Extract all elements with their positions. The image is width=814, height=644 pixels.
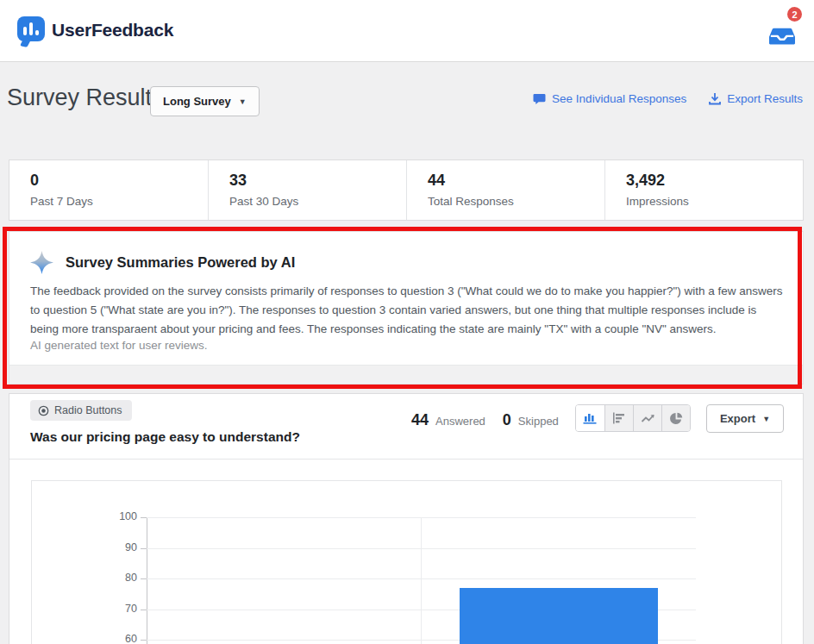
app-header: UserFeedback 2 bbox=[0, 0, 814, 61]
radio-button-icon bbox=[38, 405, 49, 416]
stat-value: 3,492 bbox=[626, 172, 803, 190]
chart-tick bbox=[141, 548, 147, 549]
horizontal-bar-chart-button[interactable] bbox=[604, 405, 633, 431]
bar-chart-plot: 10090807060 bbox=[31, 480, 782, 644]
skipped-label: Skipped bbox=[518, 415, 559, 428]
line-chart-button[interactable] bbox=[633, 405, 661, 431]
chart-y-tick-label: 100 bbox=[104, 510, 137, 522]
chart-y-tick-label: 90 bbox=[104, 541, 137, 553]
question-header: Radio Buttons Was our pricing page easy … bbox=[9, 394, 803, 460]
comment-icon bbox=[533, 93, 546, 105]
survey-selector-dropdown[interactable]: Long Survey ▼ bbox=[150, 86, 260, 116]
chart-type-switcher bbox=[575, 404, 691, 432]
ai-generated-note: AI generated text for user reviews. bbox=[30, 339, 208, 352]
question-result-card: Radio Buttons Was our pricing page easy … bbox=[9, 393, 804, 644]
survey-selector-value: Long Survey bbox=[163, 95, 231, 108]
chart-gridline bbox=[147, 578, 696, 579]
answered-count: 44 bbox=[411, 411, 429, 429]
ai-summary-text: The feedback provided on the survey cons… bbox=[30, 282, 786, 339]
notifications-button[interactable]: 2 bbox=[764, 5, 804, 50]
stat-impressions: 3,492 Impressions bbox=[604, 160, 803, 220]
stat-past-7-days: 0 Past 7 Days bbox=[9, 160, 208, 220]
ai-summary-footer-strip bbox=[9, 365, 803, 384]
chart-y-tick-label: 80 bbox=[104, 572, 137, 584]
header-actions: See Individual Responses Export Results bbox=[533, 92, 803, 105]
chart-vertical-gridline bbox=[421, 517, 422, 644]
chevron-down-icon: ▼ bbox=[762, 415, 770, 423]
stats-summary-card: 0 Past 7 Days 33 Past 30 Days 44 Total R… bbox=[9, 159, 804, 221]
chart-bar-yes[interactable] bbox=[460, 588, 658, 644]
pie-chart-icon bbox=[670, 412, 683, 425]
bar-chart-icon bbox=[583, 412, 598, 424]
ai-sparkle-icon bbox=[30, 251, 53, 274]
chart-gridline bbox=[147, 517, 696, 518]
pie-chart-button[interactable] bbox=[661, 405, 690, 431]
download-icon bbox=[709, 93, 721, 105]
stat-label: Total Responses bbox=[428, 195, 604, 208]
brand-name: UserFeedback bbox=[52, 20, 173, 41]
stat-value: 0 bbox=[30, 172, 208, 190]
export-results-label: Export Results bbox=[727, 92, 803, 105]
chevron-down-icon: ▼ bbox=[239, 97, 247, 106]
ai-summary-title: Survey Summaries Powered by AI bbox=[66, 254, 295, 271]
logo-bar bbox=[29, 22, 33, 35]
question-title: Was our pricing page easy to understand? bbox=[30, 429, 300, 445]
ai-summary-card: Survey Summaries Powered by AI The feedb… bbox=[9, 231, 804, 385]
stat-value: 33 bbox=[229, 172, 406, 190]
stat-value: 44 bbox=[428, 172, 604, 190]
logo-bar bbox=[35, 30, 39, 35]
notification-count-badge: 2 bbox=[786, 5, 804, 23]
chart-tick bbox=[141, 640, 147, 641]
see-individual-responses-link[interactable]: See Individual Responses bbox=[533, 92, 686, 105]
page-title: Survey Results bbox=[7, 84, 164, 111]
horizontal-bar-chart-icon bbox=[612, 412, 626, 424]
chart-y-axis bbox=[147, 517, 147, 644]
export-results-link[interactable]: Export Results bbox=[709, 92, 803, 105]
bar-chart-button[interactable] bbox=[576, 405, 604, 431]
ai-summary-header: Survey Summaries Powered by AI bbox=[30, 251, 295, 274]
question-export-label: Export bbox=[720, 412, 755, 425]
logo-bar bbox=[23, 27, 27, 35]
see-individual-responses-label: See Individual Responses bbox=[552, 92, 686, 105]
stat-label: Past 7 Days bbox=[30, 195, 208, 208]
chart-tick bbox=[141, 578, 147, 579]
stat-label: Past 30 Days bbox=[229, 195, 406, 208]
chart-y-tick-label: 70 bbox=[104, 603, 137, 615]
chart-tick bbox=[141, 517, 147, 518]
line-chart-icon bbox=[641, 412, 655, 424]
chart-gridline bbox=[147, 548, 696, 549]
stat-past-30-days: 33 Past 30 Days bbox=[208, 160, 406, 220]
answered-label: Answered bbox=[435, 415, 485, 428]
question-type-badge: Radio Buttons bbox=[30, 400, 132, 421]
chart-y-tick-label: 60 bbox=[104, 633, 137, 644]
answer-stats: 44 Answered 0 Skipped bbox=[411, 411, 569, 429]
userfeedback-logo-icon bbox=[17, 16, 45, 41]
stat-total-responses: 44 Total Responses bbox=[406, 160, 604, 220]
skipped-count: 0 bbox=[503, 411, 511, 429]
stat-label: Impressions bbox=[626, 195, 803, 208]
question-type-label: Radio Buttons bbox=[54, 404, 122, 416]
question-export-button[interactable]: Export ▼ bbox=[706, 404, 784, 433]
chart-tick bbox=[141, 610, 147, 610]
